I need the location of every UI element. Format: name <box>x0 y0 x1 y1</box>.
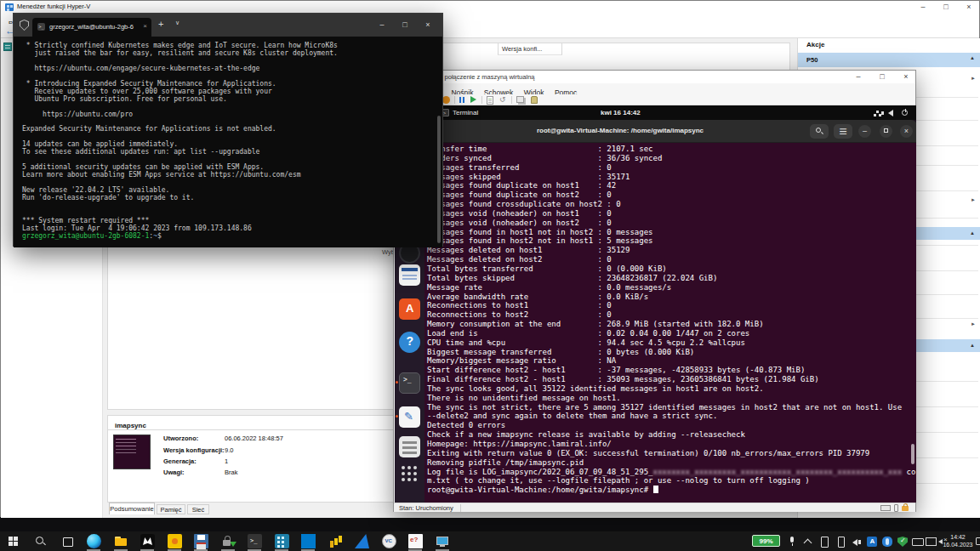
hyperv-maximize-button[interactable]: □ <box>936 1 956 13</box>
running-indicator <box>396 381 398 383</box>
remote-lock-icon[interactable] <box>221 534 236 548</box>
vmconnect-minimize-button[interactable]: – <box>848 71 869 82</box>
terminal-line: Folders synced : 36/36 synced <box>427 154 916 163</box>
vmconnect-maximize-button[interactable]: □ <box>872 71 892 82</box>
power-bi-icon[interactable] <box>328 534 343 548</box>
pointer-device-icon[interactable] <box>882 537 892 547</box>
help-icon[interactable] <box>399 332 420 353</box>
terminal-scrollbar[interactable] <box>437 116 441 243</box>
terminal-tab-bar[interactable]: >_ grzegorz_wita@ubuntu-2gb-6 × + ∨ – □ … <box>14 14 442 37</box>
battery-badge[interactable]: 99% <box>752 535 780 547</box>
search-button[interactable] <box>810 124 829 139</box>
doc-question-icon[interactable] <box>408 534 423 548</box>
building-app-icon[interactable] <box>275 534 289 548</box>
hyperv-close-button[interactable]: × <box>959 1 979 13</box>
vm-thumbnail[interactable] <box>113 435 151 469</box>
hyperv-minimize-button[interactable]: – <box>913 1 933 13</box>
search-icon[interactable] <box>33 534 48 548</box>
log-file-line-2: m.txt ( to change it, use --logfile file… <box>427 476 916 486</box>
tray-clock[interactable]: 14:42 16.04.2023 <box>940 534 976 548</box>
gnome-terminal-header[interactable]: root@gwita-Virtual-Machine: /home/gwita/… <box>424 120 916 143</box>
collapse-arrow-icon[interactable]: ▲ <box>970 343 975 348</box>
tab-siec[interactable]: Sieć <box>187 504 209 514</box>
text-editor-icon[interactable] <box>399 406 420 428</box>
veracrypt-icon[interactable] <box>382 534 396 548</box>
collapse-arrow-icon[interactable]: ▲ <box>970 230 975 236</box>
app-grid-icon[interactable] <box>399 463 420 485</box>
vm-list-column-header[interactable]: Wersja konfi... <box>498 43 562 55</box>
fin-app-icon[interactable] <box>355 534 369 548</box>
start-button[interactable] <box>7 534 21 548</box>
vmconnect-menu-bar: Plik Akcja Nośnik Schowek Widok Pomoc <box>394 83 915 94</box>
gnome-maximize-button[interactable] <box>880 125 892 138</box>
terminal-line: Final difference host2 - host1 : 35093 m… <box>427 375 916 384</box>
rename-icon[interactable] <box>531 96 538 104</box>
tab-close-icon[interactable]: × <box>143 22 147 30</box>
enhanced-session-icon[interactable] <box>516 96 524 103</box>
ctrl-alt-del-icon[interactable] <box>442 96 450 104</box>
ubuntu-active-app[interactable]: Terminal <box>453 109 478 116</box>
hyperv-title-bar[interactable]: Menedżer funkcji Hyper-V – □ × <box>1 1 979 14</box>
terminal-tab[interactable]: >_ grzegorz_wita@ubuntu-2gb-6 × <box>32 18 151 37</box>
shell-prompt[interactable]: grzegorz_wita@ubuntu-2gb-6082-1:~$ <box>22 233 442 241</box>
menu-button[interactable]: ≡ <box>834 124 852 139</box>
shell-prompt[interactable]: root@gwita-Virtual-Machine:/home/gwita/i… <box>427 486 916 495</box>
display-cast-icon[interactable] <box>926 537 936 547</box>
power-icon[interactable] <box>902 110 908 116</box>
notification-center-icon[interactable] <box>976 537 980 545</box>
ubuntu-software-icon[interactable] <box>399 298 420 320</box>
collapse-arrow-icon[interactable]: ▲ <box>970 55 975 60</box>
terminal-line: Detected 0 errors <box>427 421 916 430</box>
terminal-line: Learn more about enabling ESM Apps servi… <box>22 172 442 179</box>
dark-app-icon[interactable] <box>140 534 155 548</box>
terminal-close-button[interactable]: × <box>417 14 439 36</box>
microphone-icon[interactable] <box>787 537 797 547</box>
vmconnect-title-bar[interactable]: - połączenie z maszyną wirtualną – □ × <box>394 71 915 83</box>
gnome-terminal-output[interactable]: Transfer time : 2107.1 secFolders synced… <box>424 143 916 503</box>
phone-link-icon[interactable] <box>819 537 829 547</box>
start-icon[interactable] <box>470 96 476 103</box>
volume-icon[interactable] <box>888 110 893 116</box>
revert-icon[interactable]: ↺ <box>499 96 506 104</box>
gnome-minimize-button[interactable]: – <box>858 125 871 138</box>
terminal-line: Homepage: https://imapsync.lamiral.info/ <box>427 440 916 449</box>
terminal-maximize-button[interactable]: □ <box>394 14 416 36</box>
actions-host-row[interactable]: P50 <box>798 53 980 67</box>
terminal-dock-icon[interactable] <box>399 372 420 394</box>
tab-dropdown-icon[interactable]: ∨ <box>175 20 179 26</box>
terminal-line: Ubuntu Pro subscription. Free for person… <box>22 96 442 104</box>
yellow-app-icon[interactable] <box>168 534 182 548</box>
phone-icon[interactable] <box>835 537 846 547</box>
audio-device-icon[interactable] <box>852 537 862 547</box>
gnome-close-button[interactable]: × <box>900 125 913 138</box>
bitlocker-icon[interactable] <box>867 537 877 547</box>
keyboard-tray-icon[interactable] <box>912 537 922 547</box>
tray-chevron-up-icon[interactable] <box>803 537 813 547</box>
terminal-line: CPU time and %cpu : 94.4 sec 4.5 %cpu 2.… <box>427 338 916 348</box>
pause-icon[interactable] <box>459 96 466 104</box>
taskbar: 99% 14:42 16.04.2023 <box>0 531 980 551</box>
vscode-icon[interactable] <box>301 534 316 548</box>
vm-screen[interactable]: > Terminal kwi 16 14:42 <box>395 105 916 503</box>
vmconnect-close-button[interactable]: × <box>896 71 916 82</box>
floppy-app-icon[interactable] <box>194 534 208 548</box>
remote-pc-icon[interactable] <box>436 534 450 548</box>
terminal-line: https://ubuntu.com/engage/secure-kuberne… <box>22 65 442 73</box>
libreoffice-writer-icon[interactable] <box>399 264 420 286</box>
vmconnect-toolbar: ↺ <box>394 94 915 105</box>
new-tab-button[interactable]: + <box>158 19 163 29</box>
tab-podsumowanie[interactable]: Podsumowanie <box>109 503 155 514</box>
terminal-minimize-button[interactable]: – <box>371 14 393 36</box>
checkpoint-icon[interactable] <box>487 96 493 105</box>
security-shield-icon[interactable] <box>897 537 908 547</box>
ubuntu-clock[interactable]: kwi 16 14:42 <box>601 109 641 116</box>
network-icon[interactable] <box>874 111 881 116</box>
file-explorer-icon[interactable] <box>114 534 128 548</box>
task-view-icon[interactable] <box>60 534 75 548</box>
edge-icon[interactable] <box>87 534 101 548</box>
document-icon[interactable] <box>399 436 420 457</box>
tab-pamiec[interactable]: Pamięć <box>157 504 185 514</box>
terminal-output[interactable]: * Strictly confined Kubernetes makes edg… <box>14 37 442 247</box>
windows-terminal-icon[interactable] <box>248 534 262 548</box>
terminal-scrollbar[interactable] <box>911 444 914 464</box>
